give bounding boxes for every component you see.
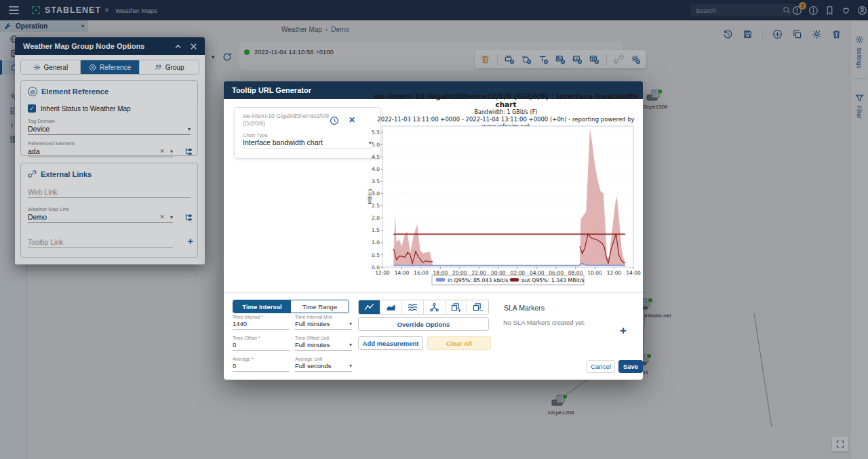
save-button[interactable]: Save [618, 360, 643, 373]
measurement-name: sw-intern-10 GigabitEthernet2/0/9 (Gi2/0… [243, 113, 330, 127]
svg-text:4.5: 4.5 [372, 154, 380, 160]
svg-text:12:00: 12:00 [607, 270, 622, 276]
field-time-interval[interactable]: Time Interval *1440 [233, 315, 290, 330]
svg-text:MBit/s: MBit/s [367, 188, 373, 204]
svg-text:08:00: 08:00 [568, 270, 583, 276]
field-time-interval-unit[interactable]: Time Interval UnitFull minutes▾ [295, 315, 352, 330]
chart-type-value[interactable]: Interface bandwidth chart [243, 138, 369, 146]
chart-style-window-add-button[interactable] [446, 300, 467, 314]
svg-text:4.0: 4.0 [372, 166, 380, 172]
sla-markers-heading: SLA Markers [504, 304, 545, 312]
sla-markers-empty-text: No SLA Markers created yet. [503, 319, 585, 326]
chart-style-toolbar [358, 300, 489, 315]
svg-text:20:00: 20:00 [452, 270, 467, 276]
svg-text:5.0: 5.0 [372, 142, 380, 148]
field-value[interactable]: 1440 [233, 320, 290, 327]
svg-text:1.5: 1.5 [372, 227, 380, 233]
time-fields-grid: Time Interval *1440Time Interval UnitFul… [233, 315, 352, 372]
field-label: Average * [233, 357, 290, 361]
field-value[interactable]: 0 [233, 362, 290, 370]
svg-text:in Q95%: 85.043 kbit/s: in Q95%: 85.043 kbit/s [448, 277, 508, 283]
cancel-button[interactable]: Cancel [587, 360, 615, 373]
tooltip-url-generator-modal: Tooltip URL Generator sw-intern-10 Gigab… [224, 81, 643, 380]
remove-measurement-icon[interactable]: ✕ [349, 115, 355, 125]
svg-text:2.0: 2.0 [372, 215, 380, 221]
field-value[interactable]: Full seconds [295, 362, 349, 370]
clock-icon[interactable] [330, 116, 339, 125]
chart-title: sw-intern-10 GigabitEthernet2/0/9 (Gi2/0… [370, 92, 642, 108]
field-average[interactable]: Average *0 [233, 357, 290, 372]
chart-style-multi-line-button[interactable] [402, 300, 424, 314]
svg-text:18:00: 18:00 [433, 270, 448, 276]
toggle-time-range[interactable]: Time Range [291, 300, 349, 313]
chart-subtitle: Bandwidth: 1 GBit/s (F) [370, 109, 642, 115]
chart-style-window-remove-button[interactable] [467, 300, 488, 314]
svg-text:5.5: 5.5 [372, 129, 380, 136]
svg-text:1.0: 1.0 [372, 239, 380, 245]
modal-divider [224, 292, 643, 293]
svg-text:14:00: 14:00 [626, 270, 641, 276]
field-value[interactable]: 0 [233, 341, 290, 348]
svg-text:out Q95%: 1.343 MBit/s: out Q95%: 1.343 MBit/s [521, 277, 585, 283]
svg-text:16:00: 16:00 [414, 270, 429, 276]
clear-all-button[interactable]: Clear All [427, 336, 491, 350]
field-label: Time Interval Unit [295, 315, 352, 319]
add-sla-marker-button[interactable]: + [620, 324, 627, 338]
field-value[interactable]: Full minutes [295, 320, 349, 327]
svg-text:3.5: 3.5 [372, 178, 380, 184]
svg-text:10:00: 10:00 [587, 270, 602, 276]
field-time-offset[interactable]: Time Offset *0 [233, 336, 290, 351]
override-options-button[interactable]: Override Options [358, 317, 489, 331]
svg-text:04:00: 04:00 [530, 270, 545, 276]
time-mode-toggle: Time IntervalTime Range [233, 300, 349, 313]
field-label: Time Interval * [233, 315, 290, 319]
add-measurement-button[interactable]: Add measurement [358, 336, 423, 350]
svg-text:02:00: 02:00 [510, 270, 525, 276]
bandwidth-chart: 0.00.51.01.52.02.53.03.54.04.55.05.512:0… [366, 117, 642, 290]
chart-type-select[interactable]: Interface bandwidth chart ▾ [243, 138, 372, 149]
svg-text:12:00: 12:00 [375, 270, 390, 276]
chevron-down-icon[interactable]: ▾ [349, 321, 352, 327]
chart-type-label: Chart Type [243, 132, 268, 138]
field-label: Average Unit [295, 357, 352, 361]
toggle-time-interval[interactable]: Time Interval [233, 300, 291, 313]
chart-style-line-chart-button[interactable] [359, 300, 380, 314]
svg-text:00:00: 00:00 [491, 270, 506, 276]
measurement-card: sw-intern-10 GigabitEthernet2/0/9 (Gi2/0… [234, 107, 381, 159]
field-time-offset-unit[interactable]: Time Offset UnitFull minutes▾ [295, 336, 352, 351]
chevron-down-icon[interactable]: ▾ [349, 363, 352, 369]
field-average-unit[interactable]: Average UnitFull seconds▾ [295, 357, 352, 372]
chart-style-area-chart-button[interactable] [380, 300, 402, 314]
field-value[interactable]: Full minutes [295, 341, 349, 348]
svg-text:06:00: 06:00 [549, 270, 564, 276]
chart-style-tree-branch-button[interactable] [424, 300, 446, 314]
svg-text:14:00: 14:00 [395, 270, 410, 276]
svg-text:0.5: 0.5 [372, 252, 380, 258]
field-label: Time Offset Unit [295, 336, 352, 340]
field-label: Time Offset * [233, 336, 290, 340]
svg-text:22:00: 22:00 [471, 270, 486, 276]
chevron-down-icon[interactable]: ▾ [349, 342, 352, 348]
